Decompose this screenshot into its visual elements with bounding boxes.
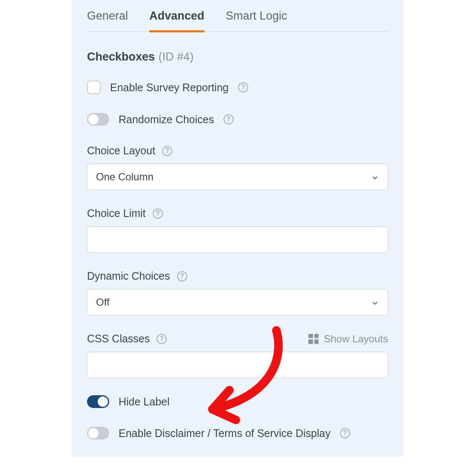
section-id: (ID #4) (159, 50, 194, 63)
field-choice-layout: Choice Layout ? One Column (87, 145, 388, 190)
select-dynamic-choices[interactable]: Off (87, 289, 388, 315)
help-icon[interactable]: ? (177, 271, 187, 281)
row-hide-label: Hide Label (87, 395, 388, 408)
label-choice-limit: Choice Limit (87, 207, 146, 220)
field-dynamic-choices: Dynamic Choices ? Off (87, 270, 388, 315)
toggle-randomize-choices[interactable] (87, 113, 109, 126)
show-layouts-label: Show Layouts (324, 333, 388, 345)
tab-bar: General Advanced Smart Logic (87, 0, 388, 32)
input-choice-limit[interactable] (87, 226, 388, 253)
label-randomize-choices: Randomize Choices (119, 113, 214, 126)
row-randomize-choices: Randomize Choices ? (87, 113, 388, 126)
select-choice-layout-value: One Column (96, 171, 154, 183)
input-css-classes[interactable] (87, 352, 388, 378)
label-hide-label: Hide Label (119, 396, 170, 408)
help-icon[interactable]: ? (162, 146, 172, 156)
select-choice-layout[interactable]: One Column (87, 164, 388, 190)
advanced-settings-panel: General Advanced Smart Logic Checkboxes … (72, 0, 403, 457)
show-layouts-button[interactable]: Show Layouts (308, 333, 388, 345)
tab-smart-logic[interactable]: Smart Logic (226, 9, 287, 32)
chevron-down-icon (371, 298, 379, 307)
section-title: Checkboxes (87, 50, 155, 63)
tab-advanced[interactable]: Advanced (149, 9, 204, 32)
row-enable-survey-reporting: Enable Survey Reporting ? (87, 81, 388, 94)
checkbox-enable-survey-reporting[interactable] (87, 81, 101, 94)
toggle-hide-label[interactable] (87, 395, 109, 408)
label-dynamic-choices: Dynamic Choices (87, 270, 170, 282)
help-icon[interactable]: ? (157, 334, 167, 344)
help-icon[interactable]: ? (153, 208, 163, 219)
label-enable-survey-reporting: Enable Survey Reporting (110, 81, 229, 94)
help-icon[interactable]: ? (340, 428, 350, 438)
section-header: Checkboxes (ID #4) (87, 50, 388, 64)
toggle-enable-disclaimer[interactable] (87, 427, 109, 440)
grid-icon (308, 334, 319, 344)
label-enable-disclaimer: Enable Disclaimer / Terms of Service Dis… (119, 427, 331, 440)
select-dynamic-choices-value: Off (96, 296, 110, 308)
help-icon[interactable]: ? (223, 114, 234, 124)
label-css-classes: CSS Classes (87, 333, 150, 345)
field-css-classes: CSS Classes ? Show Layouts (87, 333, 388, 378)
row-enable-disclaimer: Enable Disclaimer / Terms of Service Dis… (87, 427, 388, 440)
chevron-down-icon (371, 173, 379, 181)
tab-general[interactable]: General (87, 9, 128, 32)
field-choice-limit: Choice Limit ? (87, 207, 388, 253)
help-icon[interactable]: ? (238, 82, 248, 93)
label-choice-layout: Choice Layout (87, 145, 155, 157)
